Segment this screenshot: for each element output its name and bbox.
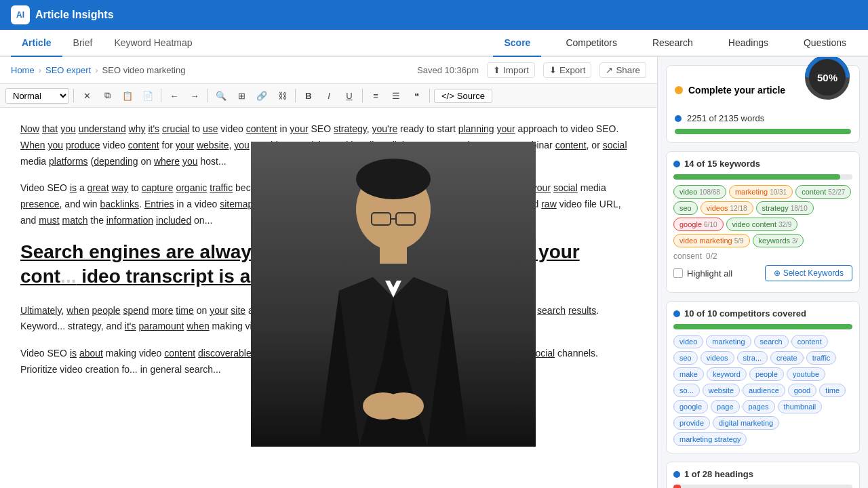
- breadcrumb-seo-expert[interactable]: SEO expert: [45, 65, 91, 75]
- list-ordered-button[interactable]: ≡: [367, 87, 384, 104]
- comp-tag-website[interactable]: website: [703, 384, 740, 397]
- comp-tag-page[interactable]: page: [711, 400, 739, 413]
- comp-tag-thumbnail[interactable]: thumbnail: [778, 400, 823, 413]
- comp-tag-content[interactable]: content: [791, 335, 828, 348]
- tag-strategy[interactable]: strategy 18/10: [756, 201, 814, 215]
- unlink-button[interactable]: ⛓: [273, 87, 291, 104]
- comp-tag-so[interactable]: so...: [673, 384, 700, 397]
- breadcrumb-sep-1: ›: [39, 65, 41, 75]
- comp-tag-digital-marketing[interactable]: digital marketing: [713, 416, 779, 430]
- tag-video-marketing[interactable]: video marketing 5/9: [673, 234, 750, 247]
- highlight-row: Highlight all ⊕ Select Keywords: [673, 265, 852, 281]
- source-button[interactable]: </> Source: [434, 89, 492, 103]
- comp-tag-keyword[interactable]: keyword: [707, 367, 747, 381]
- score-percent: 50%: [817, 72, 837, 83]
- score-title: Complete your article: [688, 85, 785, 96]
- link-button[interactable]: 🔗: [253, 87, 271, 104]
- comp-tag-stra[interactable]: stra...: [737, 351, 768, 365]
- share-icon: ↗: [606, 65, 613, 75]
- tab-score[interactable]: Score: [493, 30, 541, 57]
- share-button[interactable]: ↗ Share: [599, 62, 646, 78]
- score-dot: [675, 86, 683, 94]
- main-layout: Home › SEO expert › SEO video marketing …: [0, 57, 868, 488]
- saved-status: Saved 10:36pm: [417, 65, 479, 75]
- comp-tag-youtube[interactable]: youtube: [787, 367, 825, 381]
- comp-tag-make[interactable]: make: [673, 367, 704, 381]
- comp-tag-audience[interactable]: audience: [743, 384, 785, 397]
- comp-tag-provide[interactable]: provide: [673, 416, 710, 430]
- toolbar-divider-5: [362, 89, 363, 102]
- keywords-section: 14 of 15 keywords video 108/68 marketing…: [666, 151, 860, 293]
- score-circle: 50%: [804, 57, 851, 101]
- highlight-label: Highlight all: [687, 268, 732, 279]
- tab-headings[interactable]: Headings: [717, 30, 779, 57]
- format-select[interactable]: Normal Heading 1 Heading 2: [5, 88, 69, 104]
- competitors-tags: video marketing search content seo video…: [673, 335, 852, 446]
- quote-button[interactable]: ❝: [408, 87, 425, 104]
- tag-content[interactable]: content 52/27: [795, 185, 851, 199]
- arrow-left-button[interactable]: ←: [165, 87, 183, 104]
- comp-tag-people[interactable]: people: [749, 367, 784, 381]
- arrow-right-button[interactable]: →: [186, 87, 203, 104]
- competitors-header: 10 of 10 competitors covered: [673, 308, 852, 319]
- tag-marketing[interactable]: marketing 10/31: [729, 185, 793, 199]
- italic-button[interactable]: I: [320, 87, 338, 104]
- keywords-title: 14 of 15 keywords: [684, 159, 760, 169]
- paste-button[interactable]: 📋: [119, 87, 136, 104]
- template-button[interactable]: ⊞: [233, 87, 250, 104]
- score-section: Complete your article 50% 2251 of 2135 w…: [666, 65, 860, 143]
- breadcrumb-sep-2: ›: [95, 65, 98, 75]
- comp-tag-time[interactable]: time: [819, 384, 846, 397]
- tag-videos[interactable]: videos 12/18: [701, 201, 753, 215]
- tab-research[interactable]: Research: [642, 30, 704, 57]
- toolbar: Normal Heading 1 Heading 2 ✕ ⧉ 📋 📄 ← → 🔍…: [0, 84, 657, 108]
- tab-brief[interactable]: Brief: [62, 30, 104, 57]
- editor-area: Home › SEO expert › SEO video marketing …: [0, 57, 658, 488]
- comp-tag-create[interactable]: create: [770, 351, 804, 365]
- comp-tag-good[interactable]: good: [788, 384, 816, 397]
- comp-tag-google[interactable]: google: [673, 400, 708, 413]
- competitors-section: 10 of 10 competitors covered video marke…: [666, 301, 860, 453]
- keywords-header: 14 of 15 keywords: [673, 159, 852, 169]
- tag-video[interactable]: video 108/68: [673, 185, 726, 199]
- words-metric-row: 2251 of 2135 words: [675, 113, 851, 123]
- highlight-checkbox[interactable]: [673, 268, 683, 278]
- tab-competitors[interactable]: Competitors: [555, 30, 627, 57]
- list-unordered-button[interactable]: ☰: [387, 87, 405, 104]
- tab-keyword-heatmap[interactable]: Keyword Heatmap: [103, 30, 203, 57]
- headings-header: 1 of 28 headings: [673, 469, 852, 479]
- headings-section: 1 of 28 headings: [666, 462, 860, 488]
- nav-tabs: Article Brief Keyword Heatmap Score Comp…: [0, 30, 868, 57]
- comp-tag-traffic[interactable]: traffic: [806, 351, 837, 365]
- copy-button[interactable]: ⧉: [98, 87, 116, 104]
- tab-questions[interactable]: Questions: [793, 30, 857, 57]
- select-keywords-button[interactable]: ⊕ Select Keywords: [765, 265, 852, 281]
- paste-text-button[interactable]: 📄: [139, 87, 157, 104]
- comp-tag-marketing-strategy[interactable]: marketing strategy: [673, 432, 747, 446]
- headings-progress-wrap: [673, 485, 852, 488]
- underline-button[interactable]: U: [340, 87, 358, 104]
- comp-tag-video[interactable]: video: [673, 335, 703, 348]
- tab-article[interactable]: Article: [11, 30, 62, 57]
- tag-video-content[interactable]: video content 32/9: [726, 218, 798, 231]
- export-button[interactable]: ⬇ Export: [543, 62, 592, 78]
- logo-icon: AI: [11, 5, 30, 24]
- comp-tag-videos[interactable]: videos: [701, 351, 734, 365]
- editor-content[interactable]: Now that you understand why it's crucial…: [0, 108, 657, 488]
- bold-button[interactable]: B: [300, 87, 317, 104]
- tag-google[interactable]: google 6/10: [673, 218, 724, 231]
- comp-tag-seo[interactable]: seo: [673, 351, 698, 365]
- competitors-dot: [673, 310, 680, 317]
- comp-tag-pages[interactable]: pages: [743, 400, 775, 413]
- search-button[interactable]: 🔍: [212, 87, 230, 104]
- tag-keywords[interactable]: keywords 3/: [753, 234, 804, 247]
- undo-button[interactable]: ✕: [78, 87, 96, 104]
- comp-tag-search[interactable]: search: [754, 335, 789, 348]
- video-svg: [251, 142, 536, 447]
- export-icon: ⬇: [549, 65, 557, 75]
- import-button[interactable]: ⬆ Import: [487, 62, 535, 78]
- tag-seo[interactable]: seo: [673, 201, 698, 215]
- comp-tag-marketing[interactable]: marketing: [706, 335, 751, 348]
- consent-label: consent: [673, 251, 702, 261]
- breadcrumb-home[interactable]: Home: [11, 65, 35, 75]
